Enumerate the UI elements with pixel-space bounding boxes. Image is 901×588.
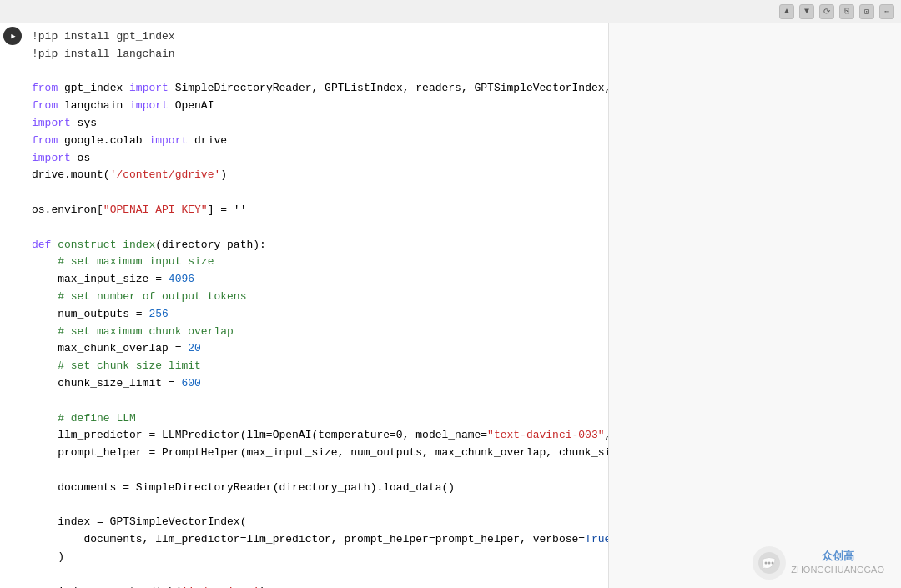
- code-area: !pip install gpt_index !pip install lang…: [0, 23, 609, 588]
- watermark-brand: 众创高: [791, 549, 884, 564]
- watermark-icon: [753, 546, 786, 580]
- svg-point-2: [768, 562, 771, 565]
- toolbar-btn-2[interactable]: ▼: [799, 4, 814, 19]
- cell-container: !pip install gpt_index !pip install lang…: [0, 23, 901, 588]
- output-area: 众创高 ZHONGCHUANGGAO: [609, 23, 901, 588]
- toolbar-btn-5[interactable]: ⊡: [859, 4, 874, 19]
- toolbar-btn-4[interactable]: ⎘: [839, 4, 854, 19]
- toolbar-btn-6[interactable]: ⋯: [879, 4, 894, 19]
- watermark-subtitle: ZHONGCHUANGGAO: [791, 564, 884, 576]
- toolbar: ▲ ▼ ⟳ ⎘ ⊡ ⋯: [0, 0, 901, 23]
- svg-point-3: [772, 562, 774, 565]
- svg-point-1: [765, 562, 768, 565]
- toolbar-btn-1[interactable]: ▲: [779, 4, 794, 19]
- watermark: 众创高 ZHONGCHUANGGAO: [753, 546, 884, 580]
- toolbar-btn-3[interactable]: ⟳: [819, 4, 834, 19]
- watermark-text: 众创高 ZHONGCHUANGGAO: [791, 549, 884, 577]
- code-block: !pip install gpt_index !pip install lang…: [32, 28, 608, 588]
